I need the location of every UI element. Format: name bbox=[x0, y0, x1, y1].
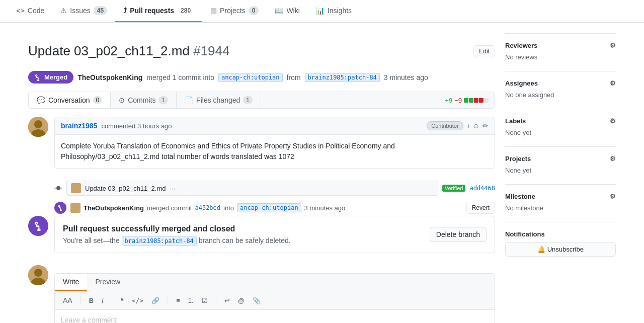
write-comment-area: Write Preview AA B I ❝ </> 🔗 ≡ bbox=[28, 265, 495, 323]
reviewers-gear[interactable]: ⚙ bbox=[610, 42, 616, 49]
merge-into-text: into bbox=[223, 204, 234, 212]
files-icon: 📄 bbox=[185, 96, 193, 104]
reply-btn[interactable]: ↩ bbox=[222, 296, 232, 305]
nav-wiki[interactable]: 📖 Wiki bbox=[267, 1, 307, 22]
merged-badge: Merged bbox=[28, 71, 73, 84]
merge-commit-icon bbox=[54, 202, 66, 214]
projects-icon: ▦ bbox=[210, 7, 217, 15]
pull-requests-icon: ⤴ bbox=[123, 7, 127, 15]
revert-button[interactable]: Revert bbox=[466, 202, 495, 214]
nav-issues[interactable]: ⚠ Issues 45 bbox=[52, 0, 115, 22]
top-nav: <> Code ⚠ Issues 45 ⤴ Pull requests 280 … bbox=[0, 0, 644, 23]
pr-header: Update 03_p02_ch11_2.md #1944 Edit Merge… bbox=[28, 33, 495, 109]
tab-commits[interactable]: ⊙ Commits 1 bbox=[111, 92, 177, 108]
write-avatar bbox=[28, 265, 48, 285]
diff-stats: +9 −9 bbox=[445, 97, 495, 104]
merge-success-title: Pull request successfully merged and clo… bbox=[63, 224, 291, 233]
tab-files-changed[interactable]: 📄 Files changed 1 bbox=[177, 92, 261, 108]
nav-projects[interactable]: ▦ Projects 0 bbox=[202, 0, 267, 22]
merge-small-icon bbox=[57, 205, 63, 211]
add-reaction-btn[interactable]: + ☺ bbox=[466, 122, 479, 130]
assignees-gear[interactable]: ⚙ bbox=[610, 79, 616, 87]
unsubscribe-button[interactable]: 🔔 Unsubscribe bbox=[505, 242, 616, 257]
conversation-icon: 💬 bbox=[37, 96, 45, 104]
code-icon: <> bbox=[16, 7, 25, 15]
toolbar-sep-1 bbox=[80, 296, 81, 304]
milestone-gear[interactable]: ⚙ bbox=[610, 193, 616, 200]
font-size-btn[interactable]: AA bbox=[61, 295, 74, 305]
assignees-value: No one assigned bbox=[505, 91, 616, 99]
write-toolbar: AA B I ❝ </> 🔗 ≡ 1. ☑ ↩ @ bbox=[55, 291, 495, 310]
labels-title: Labels ⚙ bbox=[505, 117, 616, 125]
commits-icon: ⊙ bbox=[119, 96, 125, 104]
deleted-branch: brainz1985:patch-84 bbox=[122, 236, 197, 246]
merge-success-desc: You're all set—the brainz1985:patch-84 b… bbox=[63, 236, 291, 245]
merge-commit-action: merged commit bbox=[147, 204, 192, 212]
merge-commit-hash[interactable]: a452bed bbox=[195, 204, 220, 211]
delete-branch-button[interactable]: Delete branch bbox=[430, 227, 487, 242]
comment-time: commented 3 hours ago bbox=[101, 122, 172, 130]
code-btn[interactable]: </> bbox=[130, 296, 145, 305]
milestone-value: No milestone bbox=[505, 204, 616, 212]
reviewers-title: Reviewers ⚙ bbox=[505, 42, 616, 49]
base-branch[interactable]: ancap-ch:utopian bbox=[218, 73, 283, 82]
commit-icon bbox=[54, 184, 62, 192]
bold-btn[interactable]: B bbox=[87, 296, 96, 305]
comment-body: Complete Yoruba Translation of Economics… bbox=[55, 135, 495, 168]
labels-gear[interactable]: ⚙ bbox=[610, 117, 616, 125]
preview-tab[interactable]: Preview bbox=[87, 274, 128, 291]
reviewers-value: No reviews bbox=[505, 53, 616, 61]
comment-content: brainz1985 commented 3 hours ago Contrib… bbox=[54, 117, 495, 169]
link-btn[interactable]: 🔗 bbox=[149, 296, 162, 305]
diff-bar bbox=[464, 98, 489, 103]
write-tab[interactable]: Write bbox=[55, 274, 87, 291]
merge-commit-author: TheOutspokenKing bbox=[84, 204, 144, 212]
merge-success-box: Pull request successfully merged and clo… bbox=[54, 216, 495, 253]
quote-btn[interactable]: ❝ bbox=[118, 296, 126, 305]
comment-textarea[interactable]: Leave a comment bbox=[55, 310, 495, 323]
write-box: Write Preview AA B I ❝ </> 🔗 ≡ bbox=[54, 273, 495, 323]
merge-time: 3 minutes ago bbox=[304, 204, 346, 212]
projects-title: Projects ⚙ bbox=[505, 155, 616, 163]
nav-insights[interactable]: 📊 Insights bbox=[308, 1, 360, 22]
edit-button[interactable]: Edit bbox=[473, 45, 495, 57]
edit-comment-btn[interactable]: ✏ bbox=[482, 122, 489, 130]
reviewers-section: Reviewers ⚙ No reviews bbox=[505, 33, 616, 61]
commit-sha[interactable]: add4468 bbox=[469, 185, 495, 192]
nav-pull-requests[interactable]: ⤴ Pull requests 280 bbox=[115, 0, 202, 22]
mention-btn[interactable]: @ bbox=[236, 296, 247, 305]
notifications-section: Notifications 🔔 Unsubscribe bbox=[505, 222, 616, 257]
labels-value: None yet bbox=[505, 129, 616, 136]
wiki-icon: 📖 bbox=[275, 7, 283, 15]
merge-target-branch[interactable]: ancap-ch:utopian bbox=[237, 203, 301, 212]
task-list-btn[interactable]: ☑ bbox=[200, 296, 210, 305]
tab-conversation[interactable]: 💬 Conversation 0 bbox=[29, 92, 111, 108]
bullet-list-btn[interactable]: ≡ bbox=[174, 296, 182, 305]
comment-author[interactable]: brainz1985 bbox=[61, 122, 97, 130]
commit-filename: Update 03_p02_ch11_2.md bbox=[85, 185, 166, 192]
milestone-title: Milestone ⚙ bbox=[505, 193, 616, 200]
merge-icon bbox=[34, 74, 41, 81]
merge-success-svg bbox=[33, 221, 43, 231]
avatar-image bbox=[28, 117, 48, 137]
svg-point-1 bbox=[34, 120, 42, 128]
sidebar: Reviewers ⚙ No reviews Assignees ⚙ No on… bbox=[505, 33, 616, 323]
labels-section: Labels ⚙ None yet bbox=[505, 109, 616, 136]
pr-meta: Merged TheOutspokenKing merged 1 commit … bbox=[28, 71, 495, 84]
italic-btn[interactable]: I bbox=[100, 296, 106, 305]
attach-btn[interactable]: 📎 bbox=[251, 296, 263, 305]
write-avatar-img bbox=[28, 265, 48, 285]
write-tabs: Write Preview bbox=[55, 274, 495, 291]
merge-success-item: Pull request successfully merged and clo… bbox=[28, 216, 495, 253]
issues-icon: ⚠ bbox=[60, 7, 67, 15]
numbered-list-btn[interactable]: 1. bbox=[186, 296, 196, 305]
nav-code[interactable]: <> Code bbox=[8, 1, 52, 22]
commit-more-btn[interactable]: ··· bbox=[170, 185, 175, 192]
merge-success-icon bbox=[28, 216, 48, 236]
assignees-section: Assignees ⚙ No one assigned bbox=[505, 71, 616, 99]
comment-avatar bbox=[28, 117, 48, 137]
projects-gear[interactable]: ⚙ bbox=[610, 155, 616, 163]
projects-value: None yet bbox=[505, 167, 616, 174]
head-branch[interactable]: brainz1985:patch-84 bbox=[305, 73, 380, 82]
projects-section: Projects ⚙ None yet bbox=[505, 146, 616, 174]
